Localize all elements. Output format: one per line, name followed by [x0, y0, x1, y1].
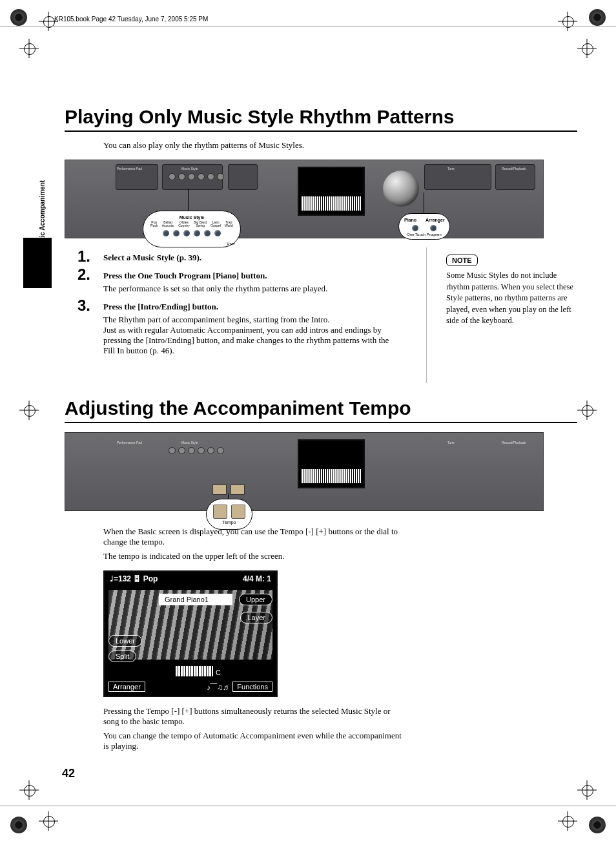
- one-touch-callout: Piano Arranger One Touch Program: [398, 213, 450, 240]
- ms-cat: Trad World: [224, 221, 234, 227]
- lcd-music-icon: ♪⁀♫♬: [207, 683, 229, 692]
- step-body: The performance is set so that only the …: [103, 284, 400, 294]
- crop-tick-icon: [577, 401, 597, 420]
- lcd-top-right: 4/4 M: 1: [243, 574, 271, 583]
- step-2: 2. Press the One Touch Program [Piano] b…: [77, 269, 407, 294]
- reg-mark-icon: [10, 9, 27, 26]
- step-num: 3.: [77, 297, 90, 315]
- lcd-lower-btn: Lower: [108, 635, 142, 647]
- panel-screen-icon: [298, 167, 365, 216]
- step-num: 2.: [77, 266, 90, 284]
- lcd-instrument: Grand Piano1: [159, 594, 232, 605]
- step-head: Press the One Touch Program [Piano] butt…: [103, 271, 267, 280]
- tempo-para-4: You can change the tempo of Automatic Ac…: [103, 731, 407, 751]
- hairline: [0, 806, 616, 806]
- title-rule: [65, 422, 577, 423]
- crop-tick-icon: [19, 401, 39, 420]
- panel-dial-icon: [383, 171, 419, 207]
- title-rule: [65, 130, 577, 132]
- tempo-para-3: Pressing the Tempo [-] [+] buttons simul…: [103, 706, 407, 727]
- note-badge: NOTE: [446, 255, 478, 266]
- crop-tick-icon: [577, 39, 597, 58]
- ms-cat: Big Band Swing: [193, 221, 207, 227]
- step-body: The Rhythm part of accompaniment begins,…: [103, 315, 400, 356]
- lcd-functions-btn: Functions: [232, 682, 272, 692]
- lcd-split-btn: Split: [108, 651, 136, 662]
- crop-tick-icon: [19, 780, 39, 800]
- reg-mark-icon: [589, 9, 606, 26]
- tempo-para-2: The tempo is indicated on the upper left…: [103, 551, 407, 561]
- reg-mark-icon: [589, 817, 606, 833]
- section-title-tempo: Adjusting the Accompaniment Tempo: [65, 397, 577, 419]
- ms-cat: Oldies Country: [178, 221, 191, 227]
- crop-tick-icon: [558, 811, 577, 831]
- music-style-callout-title: Music Style: [150, 215, 234, 220]
- step-head: Press the [Intro/Ending] button.: [103, 302, 218, 311]
- crop-tick-icon: [558, 12, 577, 31]
- crop-tick-icon: [19, 39, 39, 58]
- music-style-callout: Music Style Pop Rock Ballad Acoustic Old…: [143, 211, 241, 247]
- ms-cat: Pop Rock: [150, 221, 159, 227]
- section-title-rhythm: Playing Only Music Style Rhythm Patterns: [65, 106, 577, 128]
- chapter-tab-marker: [23, 238, 52, 288]
- lcd-note: C: [216, 669, 221, 676]
- hairline: [0, 26, 616, 26]
- tempo-callout: Tempo: [206, 499, 252, 530]
- ms-cat: Latin Gospel: [210, 221, 221, 227]
- one-touch-arranger-label: Arranger: [426, 218, 445, 222]
- running-header: KR105.book Page 42 Tuesday, June 7, 2005…: [54, 16, 208, 23]
- one-touch-piano-label: Piano: [404, 218, 416, 222]
- step-3: 3. Press the [Intro/Ending] button. The …: [77, 300, 407, 356]
- ms-user-label: User: [227, 242, 235, 245]
- step-1: 1. Select a Music Style (p. 39).: [77, 251, 407, 263]
- lcd-mini-keyboard-icon: [176, 666, 213, 676]
- reg-mark-icon: [10, 817, 27, 833]
- crop-tick-icon: [577, 780, 597, 800]
- keyboard-panel-figure-1: Performance Pad Music Style Tone Record/…: [65, 160, 544, 238]
- lcd-layer-btn: Layer: [240, 612, 272, 623]
- tempo-callout-label: Tempo: [222, 520, 236, 525]
- lcd-arranger-btn: Arranger: [108, 682, 145, 692]
- one-touch-caption: One Touch Program: [404, 233, 444, 236]
- lcd-upper-btn: Upper: [239, 594, 272, 605]
- section1-intro: You can also play only the rhythm patter…: [103, 140, 577, 151]
- tempo-para-1: When the Basic screen is displayed, you …: [103, 527, 407, 547]
- crop-tick-icon: [39, 811, 58, 831]
- note-text: Some Music Styles do not include rhythm …: [446, 270, 577, 327]
- page-number: 42: [62, 767, 75, 780]
- lcd-top-left: ♩=132 🎛 Pop: [110, 574, 158, 583]
- step-num: 1.: [77, 247, 90, 266]
- step-head: Select a Music Style (p. 39).: [103, 253, 201, 262]
- column-divider: [426, 247, 427, 383]
- keyboard-panel-figure-2: Performance Pad Music Style Tone Record/…: [65, 432, 544, 511]
- ms-cat: Ballad Acoustic: [161, 221, 175, 227]
- lcd-screenshot: ♩=132 🎛 Pop 4/4 M: 1 Grand Piano1 Upper …: [103, 570, 278, 697]
